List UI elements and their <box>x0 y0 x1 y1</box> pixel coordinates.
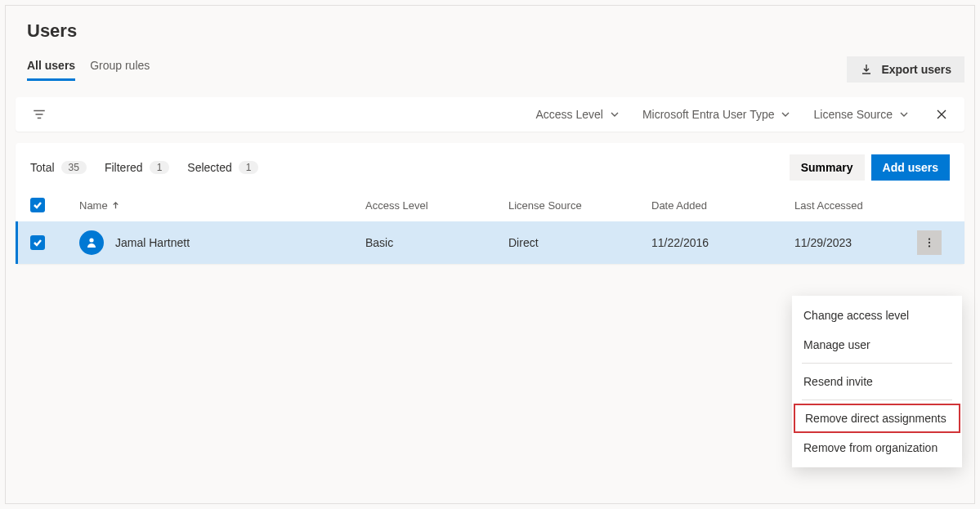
tab-all-users[interactable]: All users <box>27 59 75 81</box>
sort-asc-icon <box>111 201 120 210</box>
filter-license-source[interactable]: License Source <box>813 108 909 121</box>
svg-point-2 <box>929 242 930 243</box>
chevron-down-icon <box>610 109 620 119</box>
cell-date-added: 11/22/2016 <box>651 236 794 249</box>
download-icon <box>860 63 873 76</box>
column-license-source[interactable]: License Source <box>508 199 651 212</box>
filter-user-type[interactable]: Microsoft Entra User Type <box>642 108 791 121</box>
filter-access-level[interactable]: Access Level <box>535 108 619 121</box>
cell-license-source: Direct <box>508 236 651 249</box>
more-vertical-icon <box>924 237 935 248</box>
table-row[interactable]: Jamal Hartnett Basic Direct 11/22/2016 1… <box>16 221 964 264</box>
name-cell: Jamal Hartnett <box>79 230 365 255</box>
select-all-checkbox[interactable] <box>30 198 45 212</box>
column-last-accessed[interactable]: Last Accessed <box>794 199 917 212</box>
menu-separator <box>802 363 952 364</box>
svg-point-0 <box>89 238 93 242</box>
person-icon <box>85 236 98 249</box>
menu-manage-user[interactable]: Manage user <box>792 330 962 359</box>
stat-filtered: Filtered 1 <box>105 161 169 174</box>
column-name[interactable]: Name <box>79 199 365 212</box>
svg-point-3 <box>929 245 930 247</box>
stats-row: Total 35 Filtered 1 Selected 1 Summary A… <box>16 143 964 189</box>
filter-icon[interactable] <box>32 107 47 122</box>
users-page: Users All users Group rules Export users… <box>5 5 975 504</box>
chevron-down-icon <box>781 109 790 119</box>
row-checkbox[interactable] <box>30 235 45 250</box>
tab-group-rules[interactable]: Group rules <box>90 59 150 81</box>
cell-access-level: Basic <box>365 236 508 249</box>
filter-bar: Access Level Microsoft Entra User Type L… <box>16 97 964 132</box>
tabs: All users Group rules <box>27 59 150 81</box>
menu-remove-org[interactable]: Remove from organization <box>792 433 962 462</box>
stat-selected: Selected 1 <box>187 161 258 174</box>
svg-point-1 <box>929 238 930 239</box>
stat-total: Total 35 <box>30 161 87 174</box>
summary-button[interactable]: Summary <box>790 154 865 181</box>
page-title: Users <box>27 20 966 42</box>
table-header: Name Access Level License Source Date Ad… <box>16 189 964 221</box>
menu-resend-invite[interactable]: Resend invite <box>792 367 962 396</box>
menu-separator <box>802 400 952 400</box>
users-table-card: Total 35 Filtered 1 Selected 1 Summary A… <box>16 143 964 264</box>
cell-last-accessed: 11/29/2023 <box>794 236 917 249</box>
user-name: Jamal Hartnett <box>115 236 190 249</box>
column-date-added[interactable]: Date Added <box>651 199 794 212</box>
close-icon[interactable] <box>935 108 948 121</box>
export-users-button[interactable]: Export users <box>847 56 964 83</box>
avatar <box>79 230 104 255</box>
menu-remove-direct[interactable]: Remove direct assignments <box>794 404 960 433</box>
add-users-button[interactable]: Add users <box>871 154 950 181</box>
context-menu: Change access level Manage user Resend i… <box>792 296 962 467</box>
menu-change-access[interactable]: Change access level <box>792 301 962 330</box>
chevron-down-icon <box>899 109 909 119</box>
export-label: Export users <box>881 63 951 76</box>
row-more-button[interactable] <box>917 230 942 255</box>
column-access-level[interactable]: Access Level <box>365 199 508 212</box>
header-row: All users Group rules Export users <box>14 56 966 83</box>
